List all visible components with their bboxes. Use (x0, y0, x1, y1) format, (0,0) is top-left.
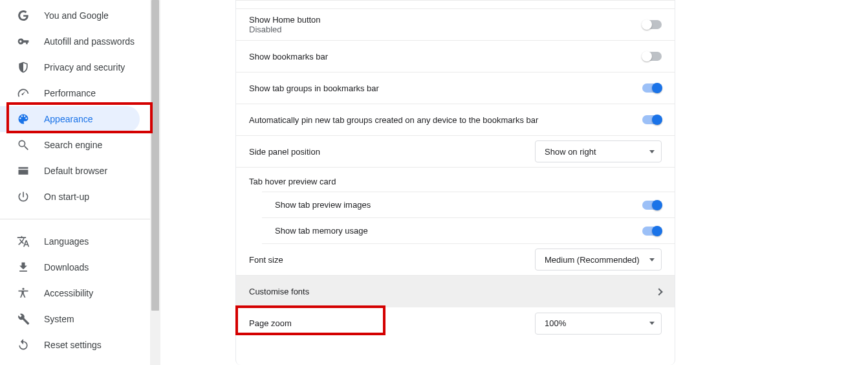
setting-page-zoom: Page zoom 100% (236, 307, 675, 339)
sidebar-item-on-startup[interactable]: On start-up (0, 184, 150, 210)
setting-title: Customise fonts (249, 287, 309, 296)
select-font-size[interactable]: Medium (Recommended) (535, 249, 662, 271)
setting-title: Show tab preview images (275, 200, 371, 210)
language-icon (17, 235, 30, 248)
select-side-panel-position[interactable]: Show on right (535, 140, 662, 162)
setting-title: Page zoom (249, 318, 292, 328)
palette-icon (17, 113, 30, 126)
sidebar-item-label: Default browser (44, 166, 107, 176)
sidebar-item-downloads[interactable]: Downloads (0, 254, 150, 280)
sidebar-item-label: Languages (44, 236, 89, 247)
sidebar-item-performance[interactable]: Performance (0, 80, 150, 106)
caret-down-icon (649, 322, 655, 325)
setting-title: Automatically pin new tab groups created… (249, 115, 538, 125)
sidebar-item-label: Accessibility (44, 288, 93, 298)
setting-memory-usage: Show tab memory usage (262, 217, 675, 244)
sidebar-item-default-browser[interactable]: Default browser (0, 158, 150, 184)
select-value: Show on right (545, 147, 596, 157)
setting-title: Show bookmarks bar (249, 52, 328, 61)
caret-down-icon (649, 150, 655, 153)
chevron-right-icon (655, 288, 662, 295)
toggle-home-button[interactable] (642, 20, 662, 29)
speed-icon (17, 87, 30, 100)
sidebar-item-appearance[interactable]: Appearance (0, 106, 140, 132)
sidebar-item-label: System (44, 314, 74, 324)
scroll-thumb[interactable] (151, 0, 159, 311)
sidebar-item-label: Search engine (44, 140, 102, 150)
toggle-bookmarks-bar[interactable] (642, 52, 662, 61)
select-value: 100% (545, 318, 566, 328)
sidebar-scrollbar[interactable] (150, 0, 160, 365)
toggle-preview-images[interactable] (642, 201, 662, 210)
toggle-memory-usage[interactable] (642, 227, 662, 236)
appearance-settings-panel: Show Home button Disabled Show bookmarks… (235, 0, 675, 365)
toggle-tab-groups-bookmarks[interactable] (642, 83, 662, 93)
sidebar-item-label: On start-up (44, 192, 89, 202)
setting-bookmarks-bar: Show bookmarks bar (236, 41, 675, 72)
setting-subtitle: Disabled (249, 25, 321, 34)
key-icon (17, 35, 30, 48)
sidebar-item-search-engine[interactable]: Search engine (0, 132, 150, 158)
setting-title: Font size (249, 255, 283, 265)
reset-icon (17, 338, 30, 351)
sidebar-item-label: Downloads (44, 262, 89, 272)
sidebar-item-label: Privacy and security (44, 62, 125, 72)
sidebar-item-system[interactable]: System (0, 306, 150, 332)
settings-sidebar: You and Google Autofill and passwords Pr… (0, 0, 150, 365)
sidebar-item-label: Autofill and passwords (44, 36, 135, 47)
setting-font-size: Font size Medium (Recommended) (236, 244, 675, 276)
accessibility-icon (17, 287, 30, 300)
setting-title: Show Home button (249, 15, 321, 25)
setting-title: Side panel position (249, 147, 320, 157)
setting-hover-card-header: Tab hover preview card (236, 168, 675, 192)
power-icon (17, 190, 30, 203)
sidebar-item-you-and-google[interactable]: You and Google (0, 3, 150, 28)
sidebar-item-accessibility[interactable]: Accessibility (0, 280, 150, 306)
sidebar-item-label: Appearance (44, 114, 93, 124)
setting-customise-fonts[interactable]: Customise fonts (236, 276, 675, 307)
setting-tab-groups-bookmarks: Show tab groups in bookmarks bar (236, 72, 675, 104)
sidebar-item-languages[interactable]: Languages (0, 228, 150, 254)
panel-top-border (236, 0, 675, 9)
download-icon (17, 261, 30, 274)
select-page-zoom[interactable]: 100% (535, 313, 662, 335)
search-icon (17, 138, 30, 151)
browser-icon (17, 164, 30, 177)
setting-side-panel-position: Side panel position Show on right (236, 136, 675, 168)
toggle-auto-pin[interactable] (642, 115, 662, 124)
setting-title: Show tab memory usage (275, 226, 368, 236)
sidebar-item-autofill[interactable]: Autofill and passwords (0, 28, 150, 54)
setting-auto-pin-tab-groups: Automatically pin new tab groups created… (236, 104, 675, 136)
sidebar-item-label: Performance (44, 88, 96, 98)
sidebar-divider (0, 219, 150, 219)
setting-home-button: Show Home button Disabled (236, 9, 675, 41)
sidebar-item-label: You and Google (44, 10, 109, 21)
shield-icon (17, 61, 30, 74)
caret-down-icon (649, 258, 655, 261)
wrench-icon (17, 313, 30, 326)
sidebar-item-privacy[interactable]: Privacy and security (0, 54, 150, 80)
sidebar-item-label: Reset settings (44, 340, 102, 350)
setting-title: Show tab groups in bookmarks bar (249, 83, 379, 93)
google-icon (17, 9, 30, 22)
sidebar-item-reset[interactable]: Reset settings (0, 332, 150, 358)
setting-preview-images: Show tab preview images (262, 192, 675, 217)
select-value: Medium (Recommended) (545, 255, 640, 265)
